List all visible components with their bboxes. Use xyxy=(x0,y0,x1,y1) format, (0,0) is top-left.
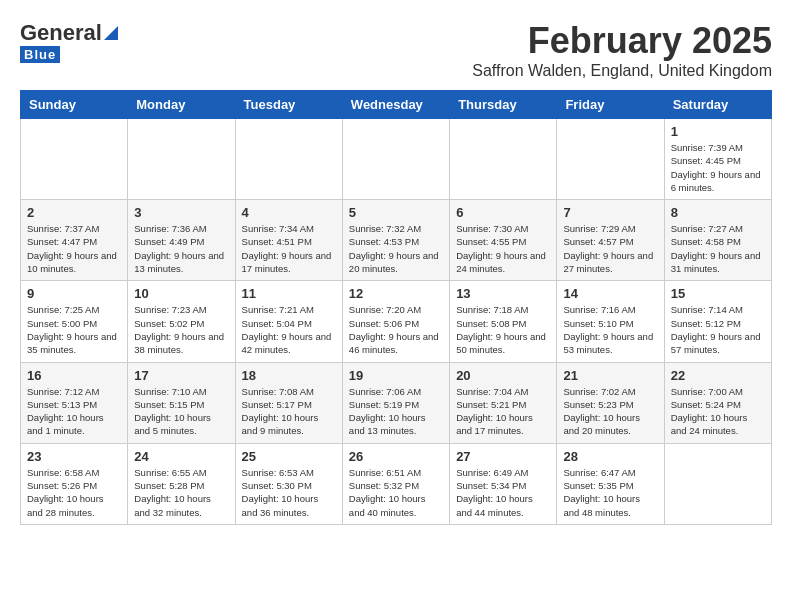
calendar-cell: 11Sunrise: 7:21 AM Sunset: 5:04 PM Dayli… xyxy=(235,281,342,362)
day-number: 8 xyxy=(671,205,765,220)
day-number: 23 xyxy=(27,449,121,464)
day-number: 26 xyxy=(349,449,443,464)
calendar-cell: 15Sunrise: 7:14 AM Sunset: 5:12 PM Dayli… xyxy=(664,281,771,362)
calendar-header-row: SundayMondayTuesdayWednesdayThursdayFrid… xyxy=(21,91,772,119)
day-info: Sunrise: 7:04 AM Sunset: 5:21 PM Dayligh… xyxy=(456,385,550,438)
day-info: Sunrise: 6:49 AM Sunset: 5:34 PM Dayligh… xyxy=(456,466,550,519)
logo: General Blue xyxy=(20,20,118,63)
calendar-cell: 13Sunrise: 7:18 AM Sunset: 5:08 PM Dayli… xyxy=(450,281,557,362)
day-number: 28 xyxy=(563,449,657,464)
calendar-week-row: 2Sunrise: 7:37 AM Sunset: 4:47 PM Daylig… xyxy=(21,200,772,281)
calendar-cell: 18Sunrise: 7:08 AM Sunset: 5:17 PM Dayli… xyxy=(235,362,342,443)
calendar-cell: 16Sunrise: 7:12 AM Sunset: 5:13 PM Dayli… xyxy=(21,362,128,443)
calendar-cell: 24Sunrise: 6:55 AM Sunset: 5:28 PM Dayli… xyxy=(128,443,235,524)
day-info: Sunrise: 7:34 AM Sunset: 4:51 PM Dayligh… xyxy=(242,222,336,275)
calendar-day-header: Friday xyxy=(557,91,664,119)
day-info: Sunrise: 7:18 AM Sunset: 5:08 PM Dayligh… xyxy=(456,303,550,356)
calendar-cell: 21Sunrise: 7:02 AM Sunset: 5:23 PM Dayli… xyxy=(557,362,664,443)
calendar-cell: 26Sunrise: 6:51 AM Sunset: 5:32 PM Dayli… xyxy=(342,443,449,524)
day-number: 20 xyxy=(456,368,550,383)
day-info: Sunrise: 7:08 AM Sunset: 5:17 PM Dayligh… xyxy=(242,385,336,438)
day-info: Sunrise: 7:06 AM Sunset: 5:19 PM Dayligh… xyxy=(349,385,443,438)
calendar-cell: 28Sunrise: 6:47 AM Sunset: 5:35 PM Dayli… xyxy=(557,443,664,524)
calendar-cell: 10Sunrise: 7:23 AM Sunset: 5:02 PM Dayli… xyxy=(128,281,235,362)
day-info: Sunrise: 7:30 AM Sunset: 4:55 PM Dayligh… xyxy=(456,222,550,275)
day-info: Sunrise: 7:20 AM Sunset: 5:06 PM Dayligh… xyxy=(349,303,443,356)
calendar-cell: 22Sunrise: 7:00 AM Sunset: 5:24 PM Dayli… xyxy=(664,362,771,443)
day-info: Sunrise: 6:51 AM Sunset: 5:32 PM Dayligh… xyxy=(349,466,443,519)
day-number: 24 xyxy=(134,449,228,464)
day-number: 11 xyxy=(242,286,336,301)
calendar-cell: 19Sunrise: 7:06 AM Sunset: 5:19 PM Dayli… xyxy=(342,362,449,443)
calendar-cell: 8Sunrise: 7:27 AM Sunset: 4:58 PM Daylig… xyxy=(664,200,771,281)
day-info: Sunrise: 7:21 AM Sunset: 5:04 PM Dayligh… xyxy=(242,303,336,356)
day-info: Sunrise: 7:10 AM Sunset: 5:15 PM Dayligh… xyxy=(134,385,228,438)
day-info: Sunrise: 7:36 AM Sunset: 4:49 PM Dayligh… xyxy=(134,222,228,275)
calendar-cell: 4Sunrise: 7:34 AM Sunset: 4:51 PM Daylig… xyxy=(235,200,342,281)
calendar-cell: 20Sunrise: 7:04 AM Sunset: 5:21 PM Dayli… xyxy=(450,362,557,443)
calendar-cell: 7Sunrise: 7:29 AM Sunset: 4:57 PM Daylig… xyxy=(557,200,664,281)
calendar-cell xyxy=(21,119,128,200)
day-number: 16 xyxy=(27,368,121,383)
day-info: Sunrise: 7:37 AM Sunset: 4:47 PM Dayligh… xyxy=(27,222,121,275)
calendar-cell xyxy=(557,119,664,200)
logo-blue: Blue xyxy=(20,46,60,63)
day-number: 5 xyxy=(349,205,443,220)
day-number: 14 xyxy=(563,286,657,301)
day-info: Sunrise: 6:47 AM Sunset: 5:35 PM Dayligh… xyxy=(563,466,657,519)
calendar-day-header: Sunday xyxy=(21,91,128,119)
day-info: Sunrise: 6:55 AM Sunset: 5:28 PM Dayligh… xyxy=(134,466,228,519)
calendar-cell: 3Sunrise: 7:36 AM Sunset: 4:49 PM Daylig… xyxy=(128,200,235,281)
day-number: 1 xyxy=(671,124,765,139)
day-number: 3 xyxy=(134,205,228,220)
day-info: Sunrise: 7:00 AM Sunset: 5:24 PM Dayligh… xyxy=(671,385,765,438)
calendar-cell: 14Sunrise: 7:16 AM Sunset: 5:10 PM Dayli… xyxy=(557,281,664,362)
location-subtitle: Saffron Walden, England, United Kingdom xyxy=(472,62,772,80)
day-info: Sunrise: 7:23 AM Sunset: 5:02 PM Dayligh… xyxy=(134,303,228,356)
calendar-cell xyxy=(128,119,235,200)
day-info: Sunrise: 7:14 AM Sunset: 5:12 PM Dayligh… xyxy=(671,303,765,356)
calendar-cell: 17Sunrise: 7:10 AM Sunset: 5:15 PM Dayli… xyxy=(128,362,235,443)
day-number: 12 xyxy=(349,286,443,301)
day-number: 6 xyxy=(456,205,550,220)
calendar-cell: 9Sunrise: 7:25 AM Sunset: 5:00 PM Daylig… xyxy=(21,281,128,362)
day-number: 27 xyxy=(456,449,550,464)
logo-arrow-icon xyxy=(104,26,118,40)
calendar-cell: 27Sunrise: 6:49 AM Sunset: 5:34 PM Dayli… xyxy=(450,443,557,524)
day-info: Sunrise: 7:39 AM Sunset: 4:45 PM Dayligh… xyxy=(671,141,765,194)
calendar-day-header: Monday xyxy=(128,91,235,119)
day-number: 10 xyxy=(134,286,228,301)
day-info: Sunrise: 7:25 AM Sunset: 5:00 PM Dayligh… xyxy=(27,303,121,356)
calendar-day-header: Wednesday xyxy=(342,91,449,119)
day-number: 18 xyxy=(242,368,336,383)
day-number: 19 xyxy=(349,368,443,383)
day-number: 7 xyxy=(563,205,657,220)
calendar-cell: 2Sunrise: 7:37 AM Sunset: 4:47 PM Daylig… xyxy=(21,200,128,281)
month-title: February 2025 xyxy=(472,20,772,62)
calendar-day-header: Thursday xyxy=(450,91,557,119)
calendar-day-header: Saturday xyxy=(664,91,771,119)
day-number: 9 xyxy=(27,286,121,301)
day-number: 2 xyxy=(27,205,121,220)
day-info: Sunrise: 7:02 AM Sunset: 5:23 PM Dayligh… xyxy=(563,385,657,438)
day-info: Sunrise: 7:12 AM Sunset: 5:13 PM Dayligh… xyxy=(27,385,121,438)
calendar-cell: 6Sunrise: 7:30 AM Sunset: 4:55 PM Daylig… xyxy=(450,200,557,281)
day-number: 4 xyxy=(242,205,336,220)
logo-general: General xyxy=(20,20,102,46)
calendar-cell xyxy=(664,443,771,524)
day-info: Sunrise: 7:29 AM Sunset: 4:57 PM Dayligh… xyxy=(563,222,657,275)
calendar-cell: 25Sunrise: 6:53 AM Sunset: 5:30 PM Dayli… xyxy=(235,443,342,524)
day-info: Sunrise: 7:32 AM Sunset: 4:53 PM Dayligh… xyxy=(349,222,443,275)
calendar-cell: 5Sunrise: 7:32 AM Sunset: 4:53 PM Daylig… xyxy=(342,200,449,281)
day-info: Sunrise: 6:58 AM Sunset: 5:26 PM Dayligh… xyxy=(27,466,121,519)
day-info: Sunrise: 7:16 AM Sunset: 5:10 PM Dayligh… xyxy=(563,303,657,356)
day-number: 22 xyxy=(671,368,765,383)
day-number: 13 xyxy=(456,286,550,301)
day-info: Sunrise: 7:27 AM Sunset: 4:58 PM Dayligh… xyxy=(671,222,765,275)
calendar-cell: 1Sunrise: 7:39 AM Sunset: 4:45 PM Daylig… xyxy=(664,119,771,200)
calendar-week-row: 23Sunrise: 6:58 AM Sunset: 5:26 PM Dayli… xyxy=(21,443,772,524)
day-number: 25 xyxy=(242,449,336,464)
calendar-table: SundayMondayTuesdayWednesdayThursdayFrid… xyxy=(20,90,772,525)
calendar-cell xyxy=(235,119,342,200)
day-info: Sunrise: 6:53 AM Sunset: 5:30 PM Dayligh… xyxy=(242,466,336,519)
